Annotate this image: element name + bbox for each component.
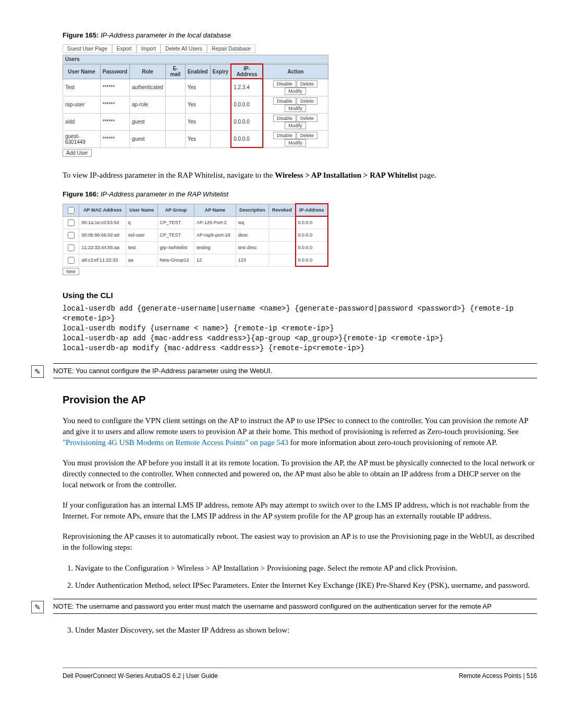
modify-button[interactable]: Modify [285,122,306,129]
figure-165-caption: Figure 165: IP-Address parameter in the … [63,31,537,39]
cell-name: testing [194,241,236,254]
table-row: guest-6301449 ****** guest Yes 0.0.0.0 D… [63,130,328,147]
checkbox-row[interactable] [68,232,75,239]
delete-button[interactable]: Delete [297,132,317,139]
tab-repair-db[interactable]: Repair Database [207,44,255,53]
modify-button[interactable]: Modify [285,139,306,146]
cell-name: AP-125-Port-2 [194,216,236,229]
table-row: a8:c3:ef:11:22:33 aa New-Group12 12 123 … [63,254,328,266]
cell-pass: ****** [100,113,129,130]
cell-expiry [210,113,231,130]
col-check [63,204,79,216]
disable-button[interactable]: Disable [273,80,296,88]
cell-user: test [126,241,157,254]
tab-guest-user[interactable]: Guest User Page [63,44,112,53]
cell-mac: 11:22:33:44:55:aa [79,241,126,254]
tab-export[interactable]: Export [112,44,137,53]
cell-user: sidd [63,113,101,130]
col-revoked: Revoked [269,204,296,216]
col-action: Action [263,64,328,79]
cell-role: guest [130,130,166,147]
col-email: E-mail [166,64,186,79]
page-footer: Dell PowerConnect W-Series ArubaOS 6.2 |… [63,668,537,680]
cell-desc: test desc [236,241,268,254]
cell-mac: a8:c3:ef:11:22:33 [79,254,126,266]
cell-expiry [210,96,231,113]
col-name: AP Name [194,204,236,216]
cell-ip: 0.0.0.0 [231,113,263,130]
cell-pass: ****** [100,79,129,96]
delete-button[interactable]: Delete [297,115,317,122]
cell-actions: DisableDeleteModify [263,130,328,147]
provision-steps: Navigate to the Configuration > Wireless… [63,562,537,591]
cell-email [166,96,186,113]
fig165-tabs: Guest User Page Export Import Delete All… [63,44,328,53]
add-user-button[interactable]: Add User [63,149,92,157]
cell-role: authenticated [130,79,166,96]
provision-para-4: Reprovisioning the AP causes it to autom… [63,531,537,553]
checkbox-row[interactable] [68,219,75,226]
tab-delete-all[interactable]: Delete All Users [161,44,207,53]
rap-whitelist-table: AP MAC Address User Name AP Group AP Nam… [63,203,328,267]
new-button[interactable]: New [63,268,79,275]
disable-button[interactable]: Disable [273,97,296,105]
text: for more information about zero-touch pr… [288,438,497,447]
cell-pass: ****** [100,96,129,113]
cell-user: rap-user [63,96,101,113]
cell-enabled: Yes [185,96,210,113]
step-3: Under Master Discovery, set the Master I… [75,624,537,636]
cli-code-block: local-userdb add {generate-username|user… [63,304,537,353]
cell-rev [269,254,296,266]
cell-desc: 123 [236,254,268,266]
footer-right: Remote Access Points | 516 [459,672,537,680]
cell-enabled: Yes [185,130,210,147]
delete-button[interactable]: Delete [297,97,317,105]
cell-pass: ****** [100,130,129,147]
cell-check [63,216,79,229]
checkbox-row[interactable] [68,257,75,264]
cell-ip: 0.0.0.0 [296,241,328,254]
provision-para-2: You must provision the AP before you ins… [63,458,537,490]
cell-user: Test [63,79,101,96]
cell-enabled: Yes [185,79,210,96]
heading-provision-ap: Provision the AP [63,394,537,406]
modify-button[interactable]: Modify [285,88,306,95]
cell-rev [269,229,296,241]
cell-check [63,241,79,254]
col-mac: AP MAC Address [79,204,126,216]
cell-ip: 0.0.0.0 [296,229,328,241]
cell-mac: 00:1a:1e:c0:b3:54 [79,216,126,229]
users-table: User Name Password Role E-mail Enabled E… [63,64,328,148]
table-row: 11:22:33:44:55:aa test grp-4whitelist te… [63,241,328,254]
cell-role: guest [130,113,166,130]
note-2-text: NOTE: The username and password you ente… [53,599,537,614]
disable-button[interactable]: Disable [273,115,296,122]
text: . [456,564,458,572]
paragraph-rap-whitelist: To view IP-address parameter in the RAP … [63,170,537,181]
disable-button[interactable]: Disable [273,132,296,139]
checkbox-all[interactable] [68,207,75,214]
pencil-icon: ✎ [31,365,44,378]
link-provisioning-4g[interactable]: "Provisioning 4G USB Modems on Remote Ac… [63,438,288,447]
cell-role: ap-role [130,96,166,113]
modify-button[interactable]: Modify [285,105,306,112]
col-password: Password [100,64,129,79]
cell-user: aa [126,254,157,266]
cell-check [63,254,79,266]
col-desc: Description [236,204,268,216]
checkbox-row[interactable] [68,244,75,251]
delete-button[interactable]: Delete [297,80,317,88]
pencil-icon: ✎ [31,601,44,613]
col-group: AP Group [157,204,194,216]
tab-import[interactable]: Import [137,44,161,53]
cell-enabled: Yes [185,113,210,130]
cell-name: 12 [194,254,236,266]
figure-166-caption: Figure 166: IP-Address parameter in the … [63,190,537,198]
cell-ip: 0.0.0.0 [231,96,263,113]
col-expiry: Expiry [210,64,231,79]
cell-email [166,130,186,147]
provision-steps-cont: Under Master Discovery, set the Master I… [63,624,537,636]
nav-path: Wireless > AP Installation > RAP Whiteli… [275,171,418,179]
fig166-label: Figure 166: [63,190,99,198]
text: page. Select the remote AP and click [307,564,425,572]
